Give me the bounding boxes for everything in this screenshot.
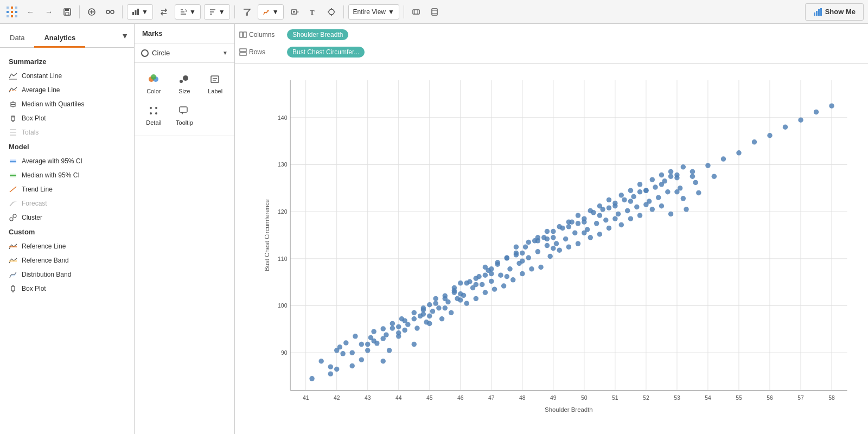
view-selector[interactable]: Entire View ▼ — [348, 4, 399, 20]
svg-point-101 — [150, 107, 152, 109]
totals-icon — [9, 128, 17, 137]
marks-type-selector[interactable]: Circle ▼ — [135, 43, 234, 63]
svg-point-240 — [588, 235, 593, 240]
shelf-area: Columns Shoulder Breadth Rows Bust Chest… — [235, 24, 868, 63]
analytics-box-plot-summarize[interactable]: Box Plot — [0, 111, 134, 125]
svg-text:46: 46 — [457, 395, 464, 401]
svg-line-56 — [11, 88, 14, 90]
show-me-button[interactable]: Show Me — [805, 3, 864, 21]
svg-point-169 — [349, 350, 354, 355]
svg-point-213 — [501, 283, 506, 288]
svg-point-351 — [474, 276, 478, 280]
chart-type-btn[interactable]: ▼ — [127, 4, 153, 20]
analytics-avg-95ci[interactable]: Average with 95% CI — [0, 154, 134, 168]
svg-point-327 — [371, 339, 376, 343]
analytics-average-line[interactable]: Average Line — [0, 83, 134, 97]
labels-btn[interactable] — [287, 4, 302, 20]
svg-point-345 — [612, 203, 617, 208]
swap-rows-cols[interactable] — [156, 4, 171, 20]
svg-rect-1 — [11, 11, 13, 13]
tab-analytics[interactable]: Analytics — [34, 29, 85, 48]
analytics-reference-line[interactable]: Reference Line — [0, 239, 134, 253]
svg-point-273 — [712, 174, 717, 178]
svg-text:100: 100 — [278, 303, 288, 309]
svg-point-254 — [634, 205, 639, 209]
svg-point-295 — [582, 230, 586, 235]
svg-text:45: 45 — [426, 395, 433, 401]
svg-point-230 — [554, 241, 559, 246]
svg-point-287 — [458, 297, 463, 302]
analytics-trend-line[interactable]: Trend Line — [0, 182, 134, 196]
svg-point-270 — [693, 180, 698, 185]
svg-point-234 — [566, 244, 571, 249]
svg-point-176 — [380, 326, 385, 331]
device-preview[interactable] — [427, 4, 442, 20]
marks-color-btn[interactable]: Color — [139, 68, 169, 99]
svg-point-95 — [151, 74, 156, 80]
svg-text:140: 140 — [278, 115, 288, 121]
marks-tooltip-btn[interactable]: Tooltip — [170, 100, 200, 130]
svg-point-168 — [343, 340, 348, 345]
save-button[interactable] — [60, 4, 75, 20]
svg-point-260 — [656, 195, 661, 200]
marks-label-btn[interactable]: Label — [200, 68, 230, 99]
forecast-icon — [9, 199, 17, 208]
svg-point-180 — [396, 324, 401, 329]
svg-text:49: 49 — [550, 395, 557, 401]
distribution-band-icon — [9, 270, 17, 279]
reference-band-icon — [9, 256, 17, 265]
filter-btn[interactable] — [239, 4, 254, 20]
analytics-box-plot-custom[interactable]: Box Plot — [0, 282, 134, 296]
new-datasource[interactable] — [84, 4, 99, 20]
svg-point-172 — [365, 342, 370, 347]
svg-text:50: 50 — [581, 395, 588, 401]
svg-point-324 — [637, 182, 642, 187]
svg-rect-88 — [11, 286, 15, 291]
svg-point-259 — [653, 184, 658, 189]
marks-dropdown-arrow[interactable]: ▼ — [222, 50, 228, 56]
analytics-median-quartiles[interactable]: Median with Quartiles — [0, 97, 134, 111]
svg-text:Bust Chest Circumference: Bust Chest Circumference — [264, 199, 270, 271]
svg-point-307 — [483, 272, 488, 277]
mark-type-btn[interactable]: ▼ — [258, 4, 284, 20]
marks-detail-btn[interactable]: Detail — [139, 100, 169, 130]
svg-point-337 — [681, 164, 686, 169]
svg-point-289 — [489, 266, 494, 271]
svg-rect-109 — [240, 49, 246, 52]
sort-desc[interactable]: ▼ — [204, 4, 230, 20]
analytics-median-95ci[interactable]: Median with 95% CI — [0, 168, 134, 182]
svg-point-164 — [328, 364, 333, 369]
reference-line-icon — [9, 242, 17, 251]
svg-point-293 — [551, 246, 556, 251]
text-btn[interactable]: T — [305, 4, 321, 20]
svg-point-184 — [412, 310, 417, 315]
marks-size-btn[interactable]: Size — [170, 68, 200, 99]
svg-rect-98 — [211, 76, 219, 82]
rows-pill[interactable]: Bust Chest Circumfer... — [287, 47, 365, 58]
sort-asc[interactable]: ▼ — [175, 4, 201, 20]
svg-point-346 — [643, 188, 648, 193]
tab-data[interactable]: Data — [0, 29, 34, 48]
panel-menu-arrow[interactable]: ▼ — [116, 27, 134, 44]
fix-btn[interactable] — [324, 4, 339, 20]
analytics-constant-line[interactable]: Constant Line — [0, 69, 134, 83]
avg-95ci-icon — [9, 157, 17, 165]
svg-point-302 — [690, 174, 695, 178]
svg-text:41: 41 — [303, 395, 309, 401]
analytics-distribution-band[interactable]: Distribution Band — [0, 267, 134, 282]
connect-data[interactable] — [103, 4, 118, 20]
svg-point-277 — [767, 133, 772, 138]
back-button[interactable]: ← — [23, 4, 38, 20]
fit-width[interactable] — [409, 4, 424, 20]
forward-button[interactable]: → — [41, 4, 56, 20]
svg-text:51: 51 — [612, 395, 618, 401]
analytics-reference-band[interactable]: Reference Band — [0, 253, 134, 267]
svg-point-204 — [474, 296, 478, 301]
svg-point-233 — [563, 237, 568, 241]
svg-rect-87 — [9, 260, 17, 262]
svg-point-189 — [427, 302, 432, 307]
svg-point-336 — [650, 177, 655, 182]
trend-line-icon — [9, 185, 17, 194]
columns-pill[interactable]: Shoulder Breadth — [287, 29, 348, 40]
analytics-cluster[interactable]: Cluster — [0, 210, 134, 225]
